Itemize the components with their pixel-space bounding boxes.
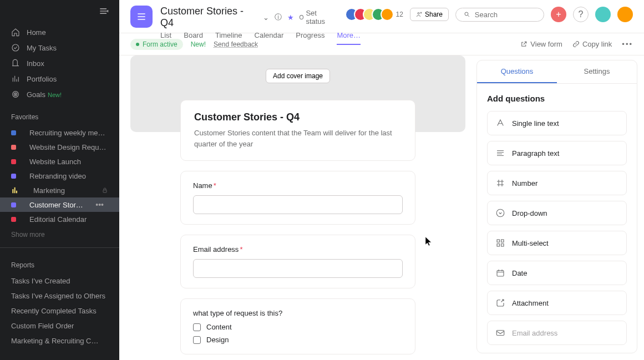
question-type-email-address[interactable]: Email address — [487, 321, 627, 345]
form-status-badge[interactable]: Form active — [130, 39, 183, 50]
type-icon — [495, 268, 505, 278]
favorite-item[interactable]: Editorial Calendar — [0, 212, 119, 226]
report-item[interactable]: Custom Field Order — [0, 318, 119, 333]
tab-settings[interactable]: Settings — [557, 60, 637, 83]
type-icon — [495, 238, 505, 248]
report-item[interactable]: Tasks I've Created — [0, 273, 119, 288]
reports-header: Reports — [0, 252, 119, 273]
nav-icon — [11, 59, 20, 68]
title-chevron-icon[interactable]: ⌄ — [263, 13, 269, 22]
search-box[interactable] — [455, 8, 544, 22]
type-icon — [495, 148, 505, 158]
svg-rect-13 — [497, 271, 504, 277]
svg-point-3 — [15, 94, 16, 94]
svg-point-5 — [418, 13, 419, 14]
question-email[interactable]: Email address* — [180, 235, 415, 288]
help-button[interactable]: ? — [573, 7, 589, 22]
question-type-single-line-text[interactable]: Single line text — [487, 111, 627, 135]
svg-rect-10 — [501, 240, 504, 242]
set-status[interactable]: Set status — [300, 9, 337, 26]
svg-rect-4 — [103, 190, 107, 193]
external-icon — [520, 40, 528, 48]
nav-goals[interactable]: GoalsNew! — [0, 87, 119, 102]
form-description: Customer Stories content that the Team w… — [194, 128, 402, 149]
share-button[interactable]: Share — [410, 8, 449, 21]
project-icon[interactable] — [130, 6, 153, 28]
nav-icon — [11, 74, 20, 83]
report-item[interactable]: Recently Completed Tasks — [0, 303, 119, 318]
side-panel: Questions Settings Add questions Single … — [476, 60, 637, 353]
link-icon — [572, 40, 580, 48]
svg-rect-11 — [497, 244, 500, 247]
favorite-item[interactable]: Customer Stories - Q4••• — [0, 197, 119, 212]
form-title: Customer Stories - Q4 — [194, 111, 402, 123]
show-more[interactable]: Show more — [0, 226, 119, 243]
checkbox[interactable] — [193, 323, 201, 331]
type-icon — [495, 118, 505, 128]
sidebar-collapse[interactable] — [0, 0, 119, 22]
project-title: Customer Stories - Q4 — [160, 6, 257, 29]
favorite-item[interactable]: Website Design Reque… — [0, 140, 119, 154]
sidebar: HomeMy TasksInboxPortfoliosGoalsNew! Fav… — [0, 0, 119, 360]
send-feedback-link[interactable]: Send feedback — [214, 40, 258, 48]
svg-point-7 — [465, 12, 468, 16]
svg-rect-14 — [496, 331, 504, 336]
report-item[interactable]: Marketing & Recruiting C… — [0, 333, 119, 348]
favorites-header: Favorites — [0, 104, 119, 125]
member-count: 12 — [396, 11, 403, 18]
toolbar: Form active New! Send feedback View form… — [119, 33, 644, 55]
report-item[interactable]: Tasks I've Assigned to Others — [0, 288, 119, 303]
question-name[interactable]: Name* — [180, 171, 415, 225]
copy-link[interactable]: Copy link — [572, 40, 612, 48]
favorite-item[interactable]: Website Launch — [0, 154, 119, 169]
user-avatar[interactable] — [617, 7, 633, 22]
name-input[interactable] — [193, 195, 403, 214]
nav-icon — [11, 28, 20, 37]
nav-my-tasks[interactable]: My Tasks — [0, 40, 119, 55]
nav-icon — [11, 90, 20, 99]
tab-questions[interactable]: Questions — [477, 60, 557, 83]
question-type-attachment[interactable]: Attachment — [487, 291, 627, 315]
question-type-multi-select[interactable]: Multi-select — [487, 231, 627, 255]
type-icon — [495, 178, 505, 188]
question-type-date[interactable]: Date — [487, 261, 627, 285]
svg-point-8 — [496, 209, 504, 217]
question-type-number[interactable]: Number — [487, 171, 627, 195]
add-cover-button[interactable]: Add cover image — [266, 69, 330, 83]
main: Customer Stories - Q4 ⌄ ⓘ ★ Set status L… — [119, 0, 644, 360]
form-header-card[interactable]: Customer Stories - Q4 Customer Stories c… — [180, 100, 415, 161]
panel-heading: Add questions — [487, 94, 627, 103]
checkbox[interactable] — [193, 336, 201, 344]
top-bar: Customer Stories - Q4 ⌄ ⓘ ★ Set status L… — [119, 0, 644, 33]
question-type-paragraph-text[interactable]: Paragraph text — [487, 141, 627, 165]
more-menu[interactable]: ••• — [622, 40, 633, 48]
view-form-link[interactable]: View form — [520, 40, 562, 48]
type-icon — [495, 328, 505, 338]
svg-rect-12 — [501, 244, 504, 247]
org-avatar[interactable] — [595, 7, 611, 22]
item-menu[interactable]: ••• — [91, 200, 108, 209]
email-input[interactable] — [193, 259, 403, 278]
favorite-item[interactable]: Recruiting weekly mee… — [0, 125, 119, 140]
type-icon — [495, 298, 505, 308]
search-input[interactable] — [475, 11, 536, 19]
svg-point-0 — [12, 44, 19, 51]
favorite-item[interactable]: Marketing — [0, 183, 119, 197]
global-add-button[interactable]: + — [551, 7, 566, 22]
svg-rect-9 — [497, 240, 500, 242]
star-icon[interactable]: ★ — [287, 13, 294, 22]
nav-inbox[interactable]: Inbox — [0, 55, 119, 71]
question-request-type[interactable]: what type of request is this? Content De… — [180, 298, 415, 354]
type-icon — [495, 208, 505, 218]
nav-portfolios[interactable]: Portfolios — [0, 71, 119, 87]
form-area: Add cover image Customer Stories - Q4 Cu… — [119, 55, 476, 360]
question-type-drop-down[interactable]: Drop-down — [487, 201, 627, 225]
favorite-item[interactable]: Rebranding video — [0, 169, 119, 183]
info-icon[interactable]: ⓘ — [275, 12, 282, 22]
member-avatars[interactable]: 12 — [345, 8, 403, 21]
svg-point-6 — [420, 12, 422, 13]
new-badge: New! — [191, 40, 206, 48]
nav-home[interactable]: Home — [0, 24, 119, 40]
nav-icon — [11, 43, 20, 52]
search-icon — [464, 11, 470, 18]
